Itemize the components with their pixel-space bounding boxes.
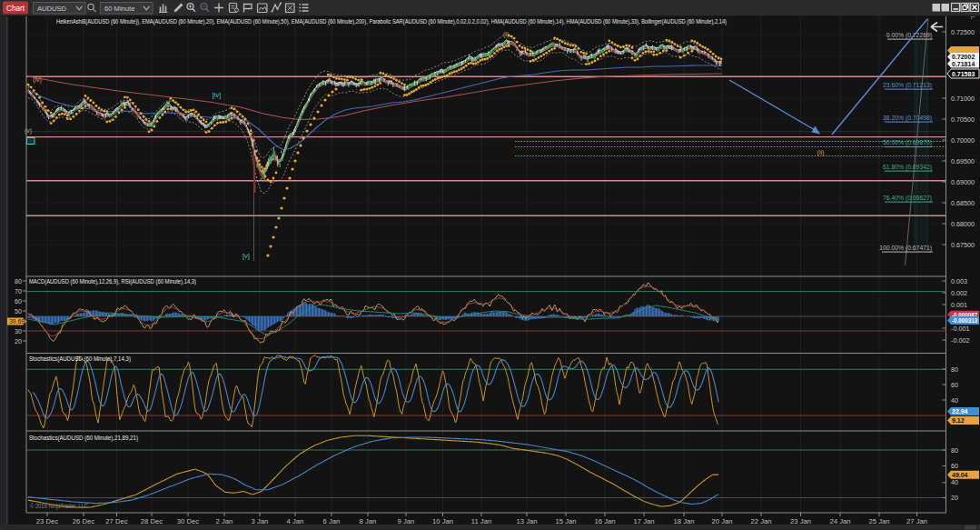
svg-text:10 Jan: 10 Jan [432, 517, 453, 525]
svg-text:6 Jan: 6 Jan [323, 517, 341, 525]
svg-text:0.71000: 0.71000 [951, 95, 975, 103]
svg-text:0.68500: 0.68500 [951, 199, 975, 207]
svg-text:28 Dec: 28 Dec [141, 517, 163, 525]
svg-text:60: 60 [951, 381, 958, 389]
svg-text:15 Jan: 15 Jan [555, 517, 576, 525]
svg-text:49.04: 49.04 [952, 472, 968, 478]
svg-text:27 Jan: 27 Jan [906, 517, 927, 525]
svg-text:0.001: 0.001 [951, 301, 967, 309]
svg-text:4 Jan: 4 Jan [287, 517, 304, 525]
svg-text:24 Jan: 24 Jan [829, 517, 850, 525]
svg-text:MACD(AUDUSD (60 Minute),12,26,: MACD(AUDUSD (60 Minute),12,26,9), RSI(AU… [29, 278, 196, 285]
svg-text:(v): (v) [25, 127, 32, 135]
svg-text:Stochastics(AUDUSD (60 Minute): Stochastics(AUDUSD (60 Minute),7,14,3) [29, 355, 131, 363]
svg-text:26 Dec: 26 Dec [73, 517, 95, 525]
svg-text:0.00% (0.72269): 0.00% (0.72269) [886, 32, 932, 39]
svg-text:[iv]: [iv] [213, 91, 222, 99]
svg-text:20: 20 [15, 337, 22, 345]
svg-text:50.00% (0.69870): 50.00% (0.69870) [883, 139, 932, 146]
svg-text:(ii): (ii) [817, 149, 825, 156]
svg-text:60: 60 [15, 297, 22, 305]
svg-text:60: 60 [951, 462, 958, 470]
svg-text:22.94: 22.94 [952, 408, 968, 415]
svg-text:20 Jan: 20 Jan [711, 517, 732, 525]
svg-text:38.20% (0.70498): 38.20% (0.70498) [883, 115, 932, 122]
svg-text:-0.002: -0.002 [951, 336, 969, 345]
svg-text:30 Dec: 30 Dec [177, 517, 200, 525]
svg-text:27 Dec: 27 Dec [105, 517, 128, 525]
svg-text:0.72002: 0.72002 [952, 54, 975, 60]
svg-text:0.69500: 0.69500 [951, 157, 975, 165]
svg-text:0.003: 0.003 [951, 277, 967, 285]
svg-text:22 Jan: 22 Jan [750, 517, 771, 525]
svg-text:2 Jan: 2 Jan [216, 517, 233, 525]
svg-text:HeikenAshi8(AUDUSD (60 Minute): HeikenAshi8(AUDUSD (60 Minute)), EMA(AUD… [56, 18, 727, 25]
svg-text:11 Jan: 11 Jan [471, 517, 492, 525]
svg-text:40: 40 [951, 396, 958, 405]
svg-text:80: 80 [951, 365, 958, 374]
svg-text:0.71814: 0.71814 [952, 61, 975, 67]
svg-text:9 Jan: 9 Jan [398, 517, 415, 525]
svg-text:AUDUSD: AUDUSD [37, 5, 67, 13]
svg-text:17 Jan: 17 Jan [633, 517, 654, 525]
svg-text:0.002: 0.002 [951, 289, 967, 297]
svg-text:20: 20 [951, 494, 958, 502]
svg-text:(iv): (iv) [33, 76, 42, 84]
svg-text:80: 80 [15, 277, 22, 285]
svg-text:13 Jan: 13 Jan [516, 517, 537, 525]
svg-text:Chart: Chart [6, 5, 25, 13]
svg-text:8 Jan: 8 Jan [360, 517, 377, 525]
svg-text:18 Jan: 18 Jan [673, 517, 694, 525]
svg-text:0.69000: 0.69000 [951, 178, 975, 186]
svg-text:0.71583: 0.71583 [952, 71, 975, 77]
svg-text:30: 30 [15, 327, 22, 335]
svg-text:0.70500: 0.70500 [951, 115, 975, 124]
svg-text:3 Jan: 3 Jan [252, 517, 269, 525]
svg-text:16 Jan: 16 Jan [594, 517, 615, 525]
svg-text:[v]: [v] [243, 252, 250, 260]
svg-text:0.70000: 0.70000 [951, 136, 975, 145]
svg-text:© 2019 NinjaTrader, LLC: © 2019 NinjaTrader, LLC [30, 503, 88, 510]
svg-text:60 Minute: 60 Minute [104, 5, 134, 13]
svg-text:(i): (i) [503, 31, 509, 38]
svg-text:70: 70 [15, 287, 22, 295]
svg-text:Stochastics(AUDUSD (60 Minute): Stochastics(AUDUSD (60 Minute),21,89,21) [29, 435, 138, 442]
svg-text:39.69: 39.69 [9, 318, 25, 325]
svg-text:80: 80 [951, 446, 958, 455]
svg-text:76.40% (0.68627): 76.40% (0.68627) [883, 195, 932, 202]
svg-text:-0.001: -0.001 [951, 325, 969, 333]
svg-text:100.00% (0.67471): 100.00% (0.67471) [879, 245, 932, 252]
svg-text:0.67500: 0.67500 [951, 241, 975, 249]
svg-text:23.60% (0.71213): 23.60% (0.71213) [883, 82, 932, 89]
svg-text:9.12: 9.12 [952, 417, 965, 424]
svg-text:0.68000: 0.68000 [951, 220, 975, 228]
svg-text:25 Jan: 25 Jan [868, 517, 889, 525]
svg-text:-0.000313: -0.000313 [952, 317, 978, 324]
svg-text:50: 50 [15, 307, 22, 315]
svg-text:23 Jan: 23 Jan [790, 517, 811, 525]
svg-text:61.80% (0.69342): 61.80% (0.69342) [883, 164, 932, 171]
svg-text:40: 40 [951, 478, 958, 486]
svg-text:0.72500: 0.72500 [951, 28, 975, 36]
svg-text:23 Dec: 23 Dec [36, 517, 59, 525]
